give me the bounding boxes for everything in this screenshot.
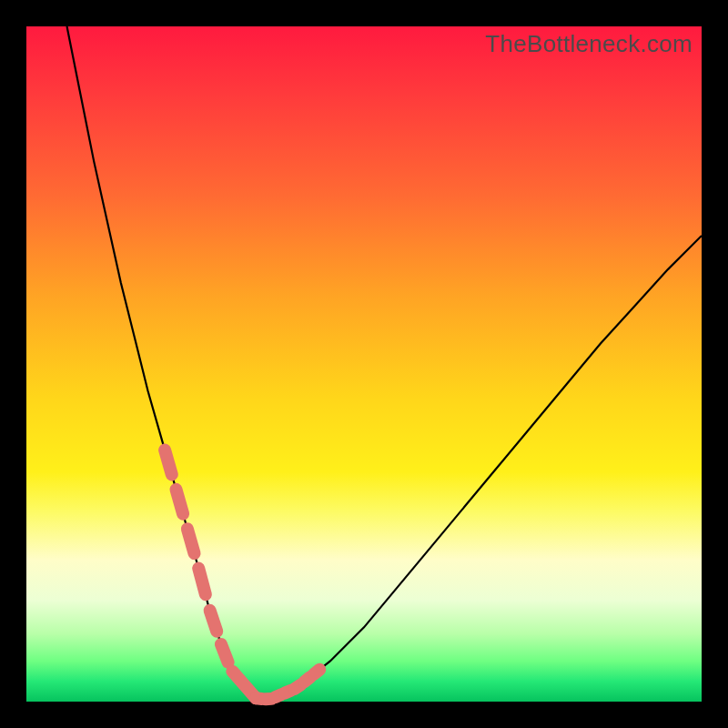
- svg-line-13: [314, 670, 319, 674]
- svg-line-0: [165, 450, 172, 475]
- svg-line-1: [176, 490, 183, 514]
- bottleneck-plot: [26, 26, 702, 702]
- watermark-text: TheBottleneck.com: [485, 30, 693, 58]
- svg-line-4: [210, 611, 217, 632]
- svg-line-3: [198, 568, 206, 594]
- highlight-markers: [165, 450, 319, 700]
- chart-area: TheBottleneck.com: [26, 26, 702, 702]
- bottleneck-curve: [67, 26, 702, 700]
- svg-line-5: [221, 644, 228, 662]
- svg-line-2: [187, 529, 195, 553]
